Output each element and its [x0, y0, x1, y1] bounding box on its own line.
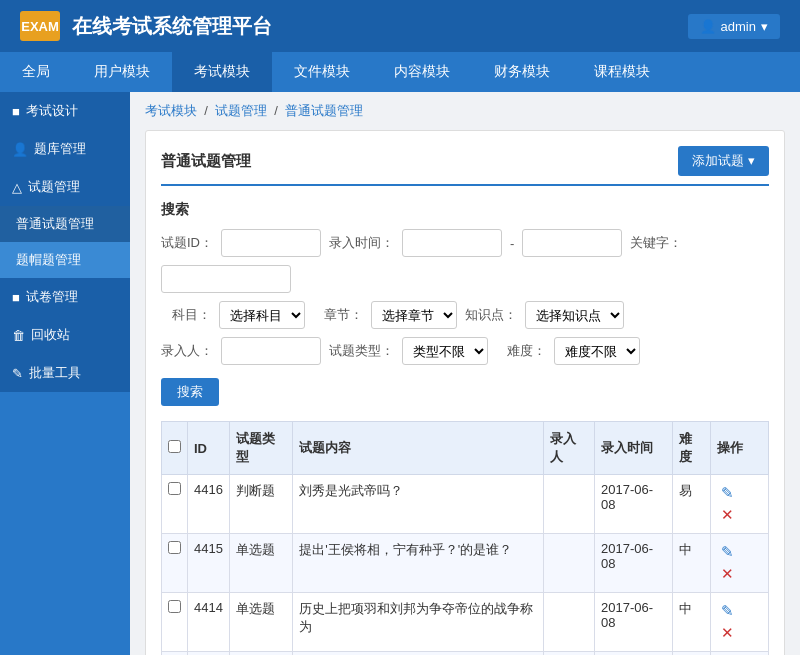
- row-checkbox-cell: [162, 652, 188, 656]
- nav-item-file[interactable]: 文件模块: [272, 52, 372, 92]
- nav-item-exam[interactable]: 考试模块: [172, 52, 272, 92]
- row-content: 提出'王侯将相，宁有种乎？'的是谁？: [293, 534, 544, 593]
- row-checkbox[interactable]: [168, 600, 181, 613]
- question-id-label: 试题ID：: [161, 234, 213, 252]
- row-entry-person: [544, 475, 595, 534]
- sidebar-question-manage-label: 试题管理: [28, 178, 80, 196]
- chapter-label: 章节：: [313, 306, 363, 324]
- row-id: 4413: [188, 652, 230, 656]
- select-all-checkbox[interactable]: [168, 440, 181, 453]
- admin-label: admin: [721, 19, 756, 34]
- keyword-label: 关键字：: [630, 234, 682, 252]
- entry-time-start-input[interactable]: [402, 229, 502, 257]
- chapter-select[interactable]: 选择章节: [371, 301, 457, 329]
- breadcrumb-exam[interactable]: 考试模块: [145, 103, 197, 118]
- row-content: 历史上把项羽和刘邦为争夺帝位的战争称为: [293, 593, 544, 652]
- row-checkbox-cell: [162, 475, 188, 534]
- layout: ■ 考试设计 👤 题库管理 △ 试题管理 普通试题管理 题帽题管理 ■ 试卷管理…: [0, 92, 800, 655]
- row-difficulty: 中: [673, 593, 711, 652]
- subject-select[interactable]: 选择科目: [219, 301, 305, 329]
- edit-button[interactable]: ✎: [717, 541, 738, 563]
- sidebar-item-paper-manage[interactable]: ■ 试卷管理: [0, 278, 130, 316]
- table-row: 4413 单选题 王充是哪个朝代的人 2017-06-08 中 ✎ ✕: [162, 652, 769, 656]
- header: EXAM 在线考试系统管理平台 👤 admin ▾: [0, 0, 800, 52]
- sidebar-item-exam-design[interactable]: ■ 考试设计: [0, 92, 130, 130]
- difficulty-select[interactable]: 难度不限: [554, 337, 640, 365]
- question-type-select[interactable]: 类型不限: [402, 337, 488, 365]
- trash-icon: 🗑: [12, 328, 25, 343]
- col-id: ID: [188, 422, 230, 475]
- row-type: 单选题: [229, 534, 292, 593]
- table-row: 4415 单选题 提出'王侯将相，宁有种乎？'的是谁？ 2017-06-08 中…: [162, 534, 769, 593]
- nav-item-course[interactable]: 课程模块: [572, 52, 672, 92]
- sidebar-item-question-manage[interactable]: △ 试题管理: [0, 168, 130, 206]
- sidebar-item-batch-tool[interactable]: ✎ 批量工具: [0, 354, 130, 392]
- nav-item-user[interactable]: 用户模块: [72, 52, 172, 92]
- row-content: 王充是哪个朝代的人: [293, 652, 544, 656]
- row-id: 4416: [188, 475, 230, 534]
- row-actions: ✎ ✕: [711, 593, 769, 652]
- row-entry-time: 2017-06-08: [594, 593, 672, 652]
- paper-icon: ■: [12, 290, 20, 305]
- col-content: 试题内容: [293, 422, 544, 475]
- entry-time-label: 录入时间：: [329, 234, 394, 252]
- main-content: 考试模块 / 试题管理 / 普通试题管理 普通试题管理 添加试题 ▾ 搜索 试题…: [130, 92, 800, 655]
- tool-icon: ✎: [12, 366, 23, 381]
- sidebar-paper-manage-label: 试卷管理: [26, 288, 78, 306]
- nav-item-global[interactable]: 全局: [0, 52, 72, 92]
- table-row: 4414 单选题 历史上把项羽和刘邦为争夺帝位的战争称为 2017-06-08 …: [162, 593, 769, 652]
- edit-button[interactable]: ✎: [717, 482, 738, 504]
- row-id: 4414: [188, 593, 230, 652]
- card-header: 普通试题管理 添加试题 ▾: [161, 146, 769, 186]
- row-checkbox[interactable]: [168, 482, 181, 495]
- chevron-down-icon: ▾: [761, 19, 768, 34]
- row-actions: ✎ ✕: [711, 534, 769, 593]
- sidebar: ■ 考试设计 👤 题库管理 △ 试题管理 普通试题管理 题帽题管理 ■ 试卷管理…: [0, 92, 130, 655]
- row-actions: ✎ ✕: [711, 652, 769, 656]
- entry-time-end-input[interactable]: [522, 229, 622, 257]
- sidebar-item-cap-question[interactable]: 题帽题管理: [0, 242, 130, 278]
- edit-button[interactable]: ✎: [717, 600, 738, 622]
- logo: EXAM: [20, 11, 60, 41]
- row-entry-person: [544, 593, 595, 652]
- sidebar-item-recycle[interactable]: 🗑 回收站: [0, 316, 130, 354]
- keyword-input[interactable]: [161, 265, 291, 293]
- delete-button[interactable]: ✕: [717, 504, 738, 526]
- col-entry-person: 录入人: [544, 422, 595, 475]
- col-type: 试题类型: [229, 422, 292, 475]
- knowledge-select[interactable]: 选择知识点: [525, 301, 624, 329]
- admin-button[interactable]: 👤 admin ▾: [688, 14, 780, 39]
- nav-item-content[interactable]: 内容模块: [372, 52, 472, 92]
- search-button[interactable]: 搜索: [161, 378, 219, 406]
- question-table: ID 试题类型 试题内容 录入人 录入时间 难度 操作 4416 判断题 刘秀是…: [161, 421, 769, 655]
- sidebar-question-bank-label: 题库管理: [34, 140, 86, 158]
- row-difficulty: 中: [673, 534, 711, 593]
- row-entry-time: 2017-06-08: [594, 475, 672, 534]
- app-title: 在线考试系统管理平台: [72, 13, 272, 40]
- row-content: 刘秀是光武帝吗？: [293, 475, 544, 534]
- question-type-label: 试题类型：: [329, 342, 394, 360]
- row-checkbox-cell: [162, 593, 188, 652]
- sidebar-exam-design-label: 考试设计: [26, 102, 78, 120]
- sidebar-item-question-bank[interactable]: 👤 题库管理: [0, 130, 130, 168]
- difficulty-label: 难度：: [496, 342, 546, 360]
- question-id-input[interactable]: [221, 229, 321, 257]
- search-row-3: 录入人： 试题类型： 类型不限 难度： 难度不限: [161, 337, 769, 365]
- breadcrumb-question[interactable]: 试题管理: [215, 103, 267, 118]
- row-checkbox[interactable]: [168, 541, 181, 554]
- entry-person-input[interactable]: [221, 337, 321, 365]
- row-type: 判断题: [229, 475, 292, 534]
- sidebar-item-normal-question[interactable]: 普通试题管理: [0, 206, 130, 242]
- row-difficulty: 易: [673, 475, 711, 534]
- breadcrumb: 考试模块 / 试题管理 / 普通试题管理: [145, 102, 785, 120]
- col-checkbox: [162, 422, 188, 475]
- search-row-1: 试题ID： 录入时间： - 关键字：: [161, 229, 769, 293]
- delete-button[interactable]: ✕: [717, 563, 738, 585]
- delete-button[interactable]: ✕: [717, 622, 738, 644]
- col-action: 操作: [711, 422, 769, 475]
- table-row: 4416 判断题 刘秀是光武帝吗？ 2017-06-08 易 ✎ ✕: [162, 475, 769, 534]
- nav-item-finance[interactable]: 财务模块: [472, 52, 572, 92]
- time-dash: -: [510, 236, 514, 251]
- row-id: 4415: [188, 534, 230, 593]
- add-question-button[interactable]: 添加试题 ▾: [678, 146, 769, 176]
